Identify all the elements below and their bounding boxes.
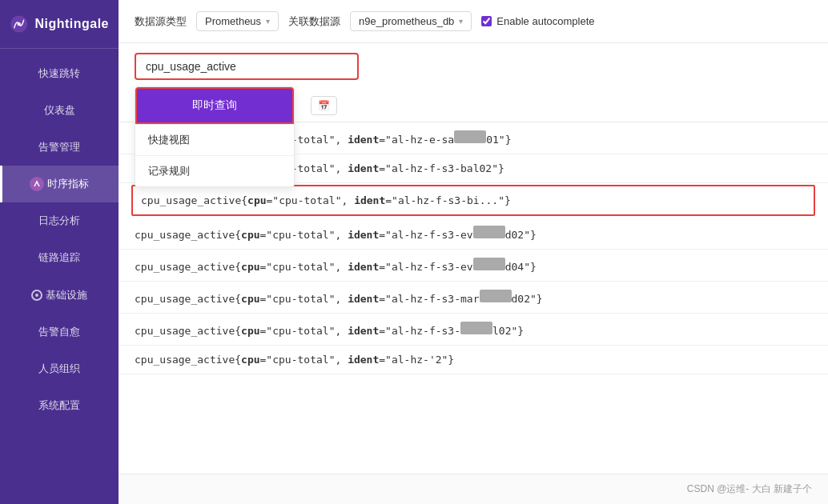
sidebar-item-quick-jump[interactable]: 快速跳转: [0, 55, 119, 92]
blur-badge: [460, 322, 492, 334]
result-text: cpu_usage_active{cpu="cpu-total", ident=…: [135, 226, 812, 241]
blur-badge: [454, 130, 486, 143]
sidebar-item-log-analysis[interactable]: 日志分析: [0, 202, 119, 239]
topbar: 数据源类型 Prometheus ▾ 关联数据源 n9e_prometheus_…: [119, 0, 828, 43]
active-indicator: [30, 177, 44, 191]
blur-badge: [473, 226, 505, 238]
sidebar-item-sys-config[interactable]: 系统配置: [0, 387, 119, 424]
instant-query-button[interactable]: 即时查询: [135, 87, 294, 124]
sidebar-item-infra[interactable]: 基础设施: [0, 276, 119, 314]
table-row[interactable]: cpu_usage_active{cpu="cpu-total", ident=…: [119, 346, 828, 374]
table-row[interactable]: cpu_usage_active{cpu="cpu-total", ident=…: [119, 218, 828, 250]
result-text: cpu_usage_active{cpu="cpu-total", ident=…: [135, 354, 812, 366]
autocomplete-checkbox[interactable]: [481, 16, 492, 26]
svg-point-1: [17, 22, 21, 26]
result-text: cpu_usage_active{cpu="cpu-total", ident=…: [135, 322, 812, 337]
search-area: 即时查询 快捷视图 记录规则: [119, 43, 828, 90]
blur-badge: [473, 258, 505, 270]
logo-icon: [10, 11, 28, 37]
sidebar-item-trace[interactable]: 链路追踪: [0, 239, 119, 276]
table-row[interactable]: cpu_usage_active{cpu="cpu-total", ident=…: [119, 282, 828, 314]
autocomplete-label: Enable autocomplete: [496, 15, 594, 27]
related-datasource-label: 关联数据源: [288, 14, 340, 29]
blur-badge: [480, 290, 512, 302]
result-text: cpu_usage_active{cpu="cpu-total", ident=…: [135, 258, 812, 273]
chevron-down-icon: ▾: [266, 17, 270, 26]
search-input[interactable]: [135, 53, 359, 80]
sidebar: Nightingale 快速跳转 仪表盘 告警管理 时序指标 日志分析 链路追踪…: [0, 0, 119, 504]
footer-watermark: CSDN @运维- 大白 新建子个: [119, 474, 828, 504]
result-text: cpu_usage_active{cpu="cpu-total", ident=…: [135, 290, 812, 305]
datasource-type-label: 数据源类型: [135, 14, 187, 29]
date-row: 📅: [295, 90, 828, 122]
result-text: cpu_usage_active{cpu="cpu-total", ident=…: [141, 194, 806, 206]
quick-view-item[interactable]: 快捷视图: [135, 124, 294, 155]
table-row[interactable]: cpu_usage_active{cpu="cpu-total", ident=…: [119, 250, 828, 282]
sidebar-item-dashboard[interactable]: 仪表盘: [0, 92, 119, 129]
main-content: 数据源类型 Prometheus ▾ 关联数据源 n9e_prometheus_…: [119, 0, 828, 504]
calendar-icon: 📅: [318, 100, 330, 111]
sidebar-item-timeseries[interactable]: 时序指标: [0, 166, 119, 202]
logo-text: Nightingale: [34, 17, 109, 31]
record-rule-item[interactable]: 记录规则: [135, 155, 294, 186]
watermark-text: CSDN @运维- 大白 新建子个: [687, 483, 812, 494]
table-row[interactable]: cpu_usage_active{cpu="cpu-total", ident=…: [119, 314, 828, 346]
related-datasource-select[interactable]: n9e_prometheus_db ▾: [350, 11, 472, 31]
related-datasource-value: n9e_prometheus_db: [359, 15, 454, 27]
dropdown-menu: 即时查询 快捷视图 记录规则: [135, 86, 295, 187]
sidebar-item-alert-mgmt[interactable]: 告警管理: [0, 129, 119, 166]
datasource-type-select[interactable]: Prometheus ▾: [196, 11, 279, 31]
autocomplete-toggle[interactable]: Enable autocomplete: [481, 15, 594, 27]
sidebar-logo: Nightingale: [0, 0, 119, 49]
datasource-type-value: Prometheus: [205, 15, 261, 27]
table-row-highlighted[interactable]: cpu_usage_active{cpu="cpu-total", ident=…: [131, 185, 815, 216]
date-picker[interactable]: 📅: [311, 96, 337, 115]
sidebar-item-alert-heal[interactable]: 告警自愈: [0, 314, 119, 350]
chevron-down-icon-2: ▾: [459, 17, 463, 26]
infra-icon: [31, 290, 42, 301]
sidebar-item-org[interactable]: 人员组织: [0, 350, 119, 387]
